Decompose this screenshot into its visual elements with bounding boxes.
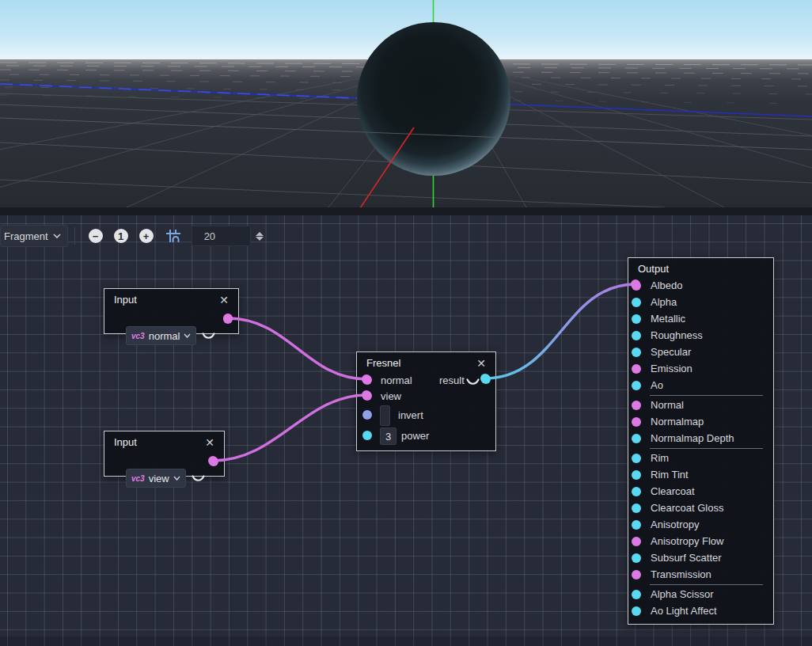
input-port-view[interactable]	[362, 391, 372, 401]
output-port-row: Alpha	[628, 294, 773, 310]
output-port-row: Transmission	[628, 566, 773, 583]
wire-normal-to-fresnel	[228, 318, 366, 379]
port-label-normal: normal	[381, 374, 412, 386]
output-port-vec3[interactable]	[223, 314, 233, 324]
input-port-subsurf-scatter[interactable]	[632, 553, 641, 563]
graph-node-fresnel[interactable]: Fresnel ✕ normal result view invert 3 po…	[356, 352, 496, 451]
port-label: Alpha Scissor	[651, 588, 713, 600]
input-port-normalmap[interactable]	[632, 417, 641, 427]
output-port-row: Alpha Scissor	[628, 586, 773, 602]
graph-node-input-view[interactable]: Input ✕ vc3 view	[104, 431, 225, 477]
zoom-in-button[interactable]: +	[139, 229, 154, 243]
output-port-row: Albedo	[628, 277, 773, 294]
input-port-normal[interactable]	[632, 401, 641, 410]
port-label: Normalmap	[651, 416, 704, 428]
3d-scene	[0, 0, 812, 207]
port-label: Ao	[651, 379, 663, 391]
output-port-row: Specular	[628, 344, 773, 360]
input-port-transmission[interactable]	[632, 570, 641, 580]
port-label: Transmission	[651, 568, 711, 580]
input-port-ao-light-affect[interactable]	[632, 606, 641, 616]
input-port-anisotropy[interactable]	[632, 520, 641, 530]
snap-distance-input[interactable]: 20	[192, 226, 251, 246]
zoom-out-button[interactable]: −	[89, 229, 103, 243]
port-label-invert: invert	[398, 409, 423, 421]
port-label: Rim	[651, 452, 669, 464]
power-value-box[interactable]: 3	[380, 428, 397, 445]
input-source-dropdown[interactable]: vc3 view	[126, 469, 186, 488]
spinner-down-icon	[256, 237, 264, 241]
port-label: Emission	[651, 363, 692, 374]
port-preview-icon[interactable]	[192, 475, 205, 482]
graph-node-input-normal[interactable]: Input ✕ vc3 normal	[104, 288, 239, 334]
port-label: Clearcoat	[651, 485, 695, 497]
invert-checkbox[interactable]	[380, 405, 390, 426]
port-label-result: result	[439, 374, 465, 386]
port-preview-icon[interactable]	[466, 378, 480, 386]
input-port-normal[interactable]	[362, 375, 372, 385]
close-icon[interactable]: ✕	[475, 358, 488, 369]
output-port-result[interactable]	[481, 374, 491, 384]
output-port-row: Anisotropy	[628, 516, 773, 533]
snap-distance-value: 20	[204, 230, 215, 242]
wire-result-to-albedo	[485, 284, 636, 378]
input-port-metallic[interactable]	[632, 314, 641, 324]
input-port-alpha[interactable]	[632, 298, 641, 307]
chevron-down-icon	[184, 333, 191, 338]
input-port-albedo[interactable]	[632, 281, 641, 291]
snap-distance-field: 20	[192, 226, 264, 246]
output-port-row: Subsurf Scatter	[628, 549, 773, 566]
input-port-specular[interactable]	[632, 348, 641, 357]
input-port-alpha-scissor[interactable]	[632, 590, 641, 599]
spinner-up-icon	[256, 232, 264, 236]
input-port-normalmap-depth[interactable]	[632, 434, 641, 443]
input-port-anisotropy-flow[interactable]	[632, 537, 641, 546]
shader-mode-dropdown[interactable]: Fragment	[0, 225, 68, 247]
port-label: Albedo	[651, 279, 682, 291]
close-icon[interactable]: ✕	[218, 294, 230, 306]
output-port-row: Rim	[628, 450, 773, 466]
output-port-row: Rim Tint	[628, 466, 773, 483]
port-label: Clearcoat Gloss	[651, 502, 723, 514]
input-port-ao[interactable]	[632, 381, 641, 390]
port-label-power: power	[401, 430, 429, 442]
snap-toggle-button[interactable]	[166, 229, 180, 243]
node-title: Fresnel	[366, 357, 400, 369]
vec3-type-badge: vc3	[131, 332, 145, 340]
toolbar-separator	[74, 227, 75, 245]
input-port-invert[interactable]	[362, 410, 372, 420]
input-port-rim-tint[interactable]	[632, 470, 641, 480]
input-port-clearcoat-gloss[interactable]	[632, 504, 641, 513]
port-label: Normal	[651, 399, 684, 411]
input-port-rim[interactable]	[632, 454, 641, 463]
port-label: Ao Light Affect	[651, 605, 717, 617]
input-port-clearcoat[interactable]	[632, 487, 641, 496]
node-title: Output	[638, 263, 669, 275]
input-source-value: view	[149, 473, 169, 484]
vec3-type-badge: vc3	[131, 474, 145, 483]
input-source-value: normal	[149, 330, 180, 342]
wire-view-to-fresnel	[213, 395, 366, 461]
port-label: Specular	[651, 346, 691, 358]
output-port-row: Normalmap Depth	[628, 430, 773, 446]
port-preview-icon[interactable]	[202, 332, 215, 340]
node-title: Input	[114, 294, 137, 306]
output-node-rows: AlbedoAlphaMetallicRoughnessSpecularEmis…	[628, 276, 773, 619]
graph-node-output[interactable]: Output AlbedoAlphaMetallicRoughnessSpecu…	[628, 257, 774, 625]
port-label: Roughness	[651, 329, 703, 341]
input-port-power[interactable]	[362, 431, 372, 440]
zoom-reset-button[interactable]: 1	[114, 229, 128, 243]
output-port-vec3[interactable]	[209, 457, 218, 466]
input-source-dropdown[interactable]: vc3 normal	[126, 326, 196, 345]
output-port-row: Normalmap	[628, 413, 773, 430]
output-port-row: Ao Light Affect	[628, 602, 773, 619]
port-label: Rim Tint	[651, 469, 689, 481]
input-port-roughness[interactable]	[632, 331, 641, 340]
shader-graph-canvas[interactable]: Fragment − 1 +	[0, 215, 812, 646]
snap-spinner[interactable]	[256, 232, 264, 241]
output-port-row: Ao	[628, 377, 773, 393]
close-icon[interactable]: ✕	[203, 437, 216, 448]
plus-icon: +	[143, 231, 150, 241]
3d-preview-viewport[interactable]	[0, 0, 812, 207]
input-port-emission[interactable]	[632, 364, 641, 374]
